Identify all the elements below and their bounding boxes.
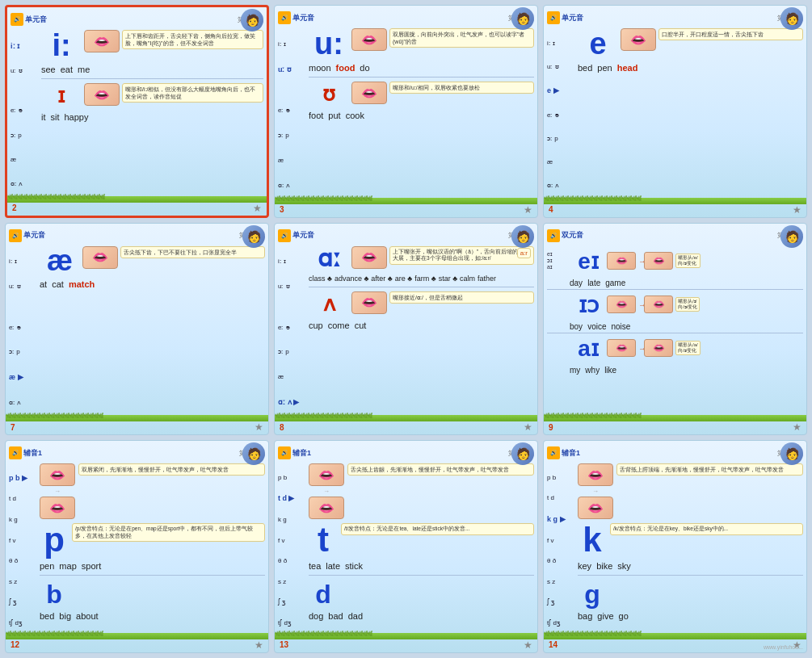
star-9: ★	[793, 421, 801, 433]
content-13: 👄 → 👄 舌尖抵上齿龈，先渐渐地，慢慢舒开，吐气带发声，吐气带发音 t /t/…	[309, 463, 534, 633]
slide-card-3[interactable]: 🔊 单元音 第一单元 🧑 iː ɪ uː ʊ eː ə ɔː p æ ɑː ʌ …	[274, 5, 538, 218]
unit-label-2: 🔊 单元音	[11, 13, 47, 26]
words-ae: at cat match	[40, 279, 265, 289]
grass-8	[275, 415, 537, 421]
diph-mouth-ei: 👄	[607, 252, 636, 270]
arrow-ei: →	[638, 257, 642, 266]
words-ai: my why like	[570, 366, 803, 375]
words-t: tea late stick	[309, 561, 534, 571]
slide-grid: 🔊 单元音 第一单元 🧑 iː ɪ uː ʊ eː ə ɔː p æ ɑː ʌ …	[0, 0, 812, 658]
divider-3	[309, 77, 534, 78]
words-p: pen map sport	[40, 561, 265, 571]
mouth-ae: 👄	[82, 246, 118, 269]
desc-p: 双唇紧闭，先渐渐地，慢慢舒开，吐气带发声，吐气带发音	[78, 463, 265, 476]
content-2: i: 👄 上下唇和齿距开，舌尖轻下齿，侧角向后拉宽，做笑脸，嘴角"I(吃)"的音…	[41, 30, 263, 196]
star-2: ★	[253, 203, 262, 214]
avatar-2: 🧑	[241, 9, 263, 31]
grass-13	[275, 633, 537, 639]
phoneme-list-7: iː ɪ uː ʊ eː ə ɔː p æ ▶ ɑː ʌ	[9, 246, 40, 416]
words-a-long: class ♣ advance ♣ after ♣ are ♣ farm ♣ s…	[309, 275, 534, 283]
footer-8: 8 ★	[275, 421, 537, 433]
phoneme-list-4: iː ɪ uː ʊ e ▶ eː ə ɔː p æ ɑː ʌ	[547, 28, 578, 198]
grass-12	[6, 633, 268, 639]
diph-ai: aɪ	[572, 335, 604, 362]
diph-mouth-ei2: 👄	[644, 252, 673, 270]
phoneme-list-8: iː ɪ uː ʊ eː ə ɔː p æ ɑː ʌ ▶	[278, 246, 309, 416]
diph-row-oi: ɪɔ 👄 → 👄 嘴形从/ɪ/向/ɔ/变化	[547, 291, 803, 318]
unit-label-3: 🔊 单元音	[278, 11, 314, 24]
slide-card-4[interactable]: 🔊 单元音 第一单元 🧑 iː ɪ uː ʊ e ▶ eː ə ɔː p æ ɑ…	[543, 5, 807, 218]
mouth-u-long: 👄	[351, 28, 387, 51]
phoneme-list-3: iː ɪ uː ʊ eː ə ɔː p æ ɑː ʌ	[278, 28, 309, 198]
words-i-short: it sit happy	[41, 112, 263, 122]
symbol-k: k	[578, 523, 607, 557]
section-e: e 👄 口腔半开，开口程度适一情，舌尖抵下齿	[578, 28, 803, 59]
content-4: e 👄 口腔半开，开口程度适一情，舌尖抵下齿 bed pen head	[578, 28, 803, 198]
grass-9	[544, 415, 806, 421]
unit-label-4: 🔊 单元音	[547, 11, 583, 24]
unit-icon-4: 🔊	[547, 11, 560, 24]
avatar-14: 🧑	[780, 442, 803, 465]
unit-label-12: 🔊 辅音1	[9, 446, 42, 459]
slide-card-8[interactable]: 🔊 单元音 第三单元 🧑 iː ɪ uː ʊ eː ə ɔː p æ ɑː ʌ …	[274, 223, 538, 436]
mouth-t2: 👄	[309, 497, 344, 519]
desc-k: 舌背抵上腭顶端，先渐渐地，慢慢舒开，吐气带发声，吐气带发音	[616, 463, 803, 476]
page-num-2: 2	[12, 203, 17, 212]
slide-card-2[interactable]: 🔊 单元音 第一单元 🧑 iː ɪ uː ʊ eː ə ɔː p æ ɑː ʌ …	[5, 5, 269, 218]
page-num-13: 13	[280, 640, 288, 649]
slide-card-13[interactable]: 🔊 辅音1 第二单元 🧑 p b t d ▶ k g f v θ ð s z ʃ…	[274, 440, 538, 653]
avatar-8: 🧑	[511, 225, 534, 248]
avatar-7: 🧑	[242, 225, 265, 248]
symbol-wedge: ʌ	[323, 291, 335, 316]
unit-icon-8: 🔊	[278, 229, 291, 242]
cons-top-13: 👄 → 👄 舌尖抵上齿龈，先渐渐地，慢慢舒开，吐气带发声，吐气带发音	[309, 463, 534, 519]
page-num-14: 14	[549, 640, 557, 649]
footer-13: 13 ★	[275, 639, 537, 651]
content-3: u: 👄 双唇圆拢，向前向外突出，吐气发声，也可以读字"者(wū)"的音 moo…	[309, 28, 534, 198]
desc-t2: /t/发音特点：无论是在tea、late还是stick中的发音...	[341, 523, 534, 534]
words-b: bed big about	[40, 611, 265, 621]
mouth-k2: 👄	[578, 497, 613, 519]
desc-p2: /p/发音特点：无论是在pen、map还是sport中，都有不同，但后上带气较多…	[72, 523, 265, 542]
diph-mouth-ai: 👄	[607, 339, 636, 357]
desc-i-long: 上下唇和齿距开，舌尖轻下齿，侧角向后拉宽，做笑脸，嘴角"I(吃)"的音，但不发全…	[122, 30, 263, 49]
star-4: ★	[793, 204, 801, 216]
mouths-p: 👄 → 👄	[40, 463, 75, 519]
desc-a-long: 上下嘴张开，嘴似汉语的"啊（ā）"，舌向前后缩的后室大展，主要在3个字母组合出现…	[389, 246, 534, 265]
words-g: bag give go	[578, 611, 803, 621]
unit-label-14: 🔊 辅音1	[547, 446, 580, 459]
star-12: ★	[255, 639, 263, 651]
diph-desc-ai: 嘴形从/a/向/ɪ/变化	[675, 341, 701, 355]
grass-4	[544, 198, 806, 204]
desc-wedge: 嘴形接近/ɑː/，但是舌稍微起	[389, 291, 534, 304]
slide-card-9[interactable]: 🔊 双元音 第二单元 🧑 eɪɔɪaɪ eɪ 👄 → 👄 嘴形从/e/向/ɪ/变…	[543, 223, 807, 436]
mouth-t1: 👄	[309, 463, 344, 486]
symbol-g: g	[578, 581, 607, 607]
diph-mouth-oi2: 👄	[644, 295, 673, 313]
diph-desc-oi: 嘴形从/ɪ/向/ɔ/变化	[675, 297, 700, 312]
slide-card-14[interactable]: 🔊 辅音1 第二单元 🧑 p b t d k g ▶ f v θ ð s z ʃ…	[543, 440, 807, 653]
diph-mouth-ai2: 👄	[644, 339, 673, 357]
footer-4: 4 ★	[544, 204, 806, 216]
words-e: bed pen head	[578, 63, 803, 73]
mouth-a-long: 👄	[351, 246, 387, 269]
section-u-long: u: 👄 双唇圆拢，向前向外突出，吐气发声，也可以读字"者(wū)"的音	[309, 28, 534, 59]
words-ei: day late game	[570, 279, 803, 287]
slide-card-12[interactable]: 🔊 辅音1 第二单元 🧑 p b ▶ t d k g f v θ ð s z ʃ…	[5, 440, 269, 653]
symbol-t: t	[309, 523, 338, 557]
phoneme-list-2: iː ɪ uː ʊ eː ə ɔː p æ ɑː ʌ	[11, 30, 41, 196]
slide-card-7[interactable]: 🔊 单元音 第三单元 🧑 iː ɪ uː ʊ eː ə ɔː p æ ▶ ɑː …	[5, 223, 269, 436]
cons-top-12: 👄 → 👄 双唇紧闭，先渐渐地，慢慢舒开，吐气带发声，吐气带发音	[40, 463, 265, 519]
grass-2	[7, 196, 267, 203]
variant-ar: a:r	[517, 248, 531, 258]
content-8: ɑː 👄 上下嘴张开，嘴似汉语的"啊（ā）"，舌向前后缩的后室大展，主要在3个字…	[309, 246, 534, 416]
unit-label-8: 🔊 单元音	[278, 229, 314, 242]
divider-2	[41, 78, 263, 79]
words-oi: boy voice noise	[570, 322, 803, 331]
phoneme-list-14: p b t d k g ▶ f v θ ð s z ʃ ʒ tʃ dʒ	[547, 463, 578, 633]
mouth-p1: 👄	[40, 463, 75, 486]
unit-icon-13: 🔊	[278, 446, 291, 459]
symbol-d: d	[309, 581, 338, 607]
words-wedge: cup come cut	[309, 321, 534, 330]
star-13: ★	[524, 639, 532, 651]
